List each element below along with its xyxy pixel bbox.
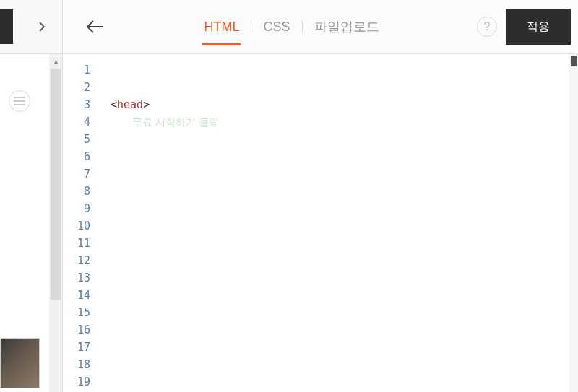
hint-text: 무료 시작하기 클릭 — [111, 116, 219, 128]
tab-bar: HTML CSS 파일업로드 — [192, 12, 390, 41]
line-number: 2 — [63, 79, 90, 96]
back-arrow-icon — [86, 19, 105, 34]
line-number: 10 — [63, 217, 90, 235]
tag-name: head — [117, 98, 143, 111]
line-number: 5 — [63, 131, 90, 148]
line-number: 18 — [63, 356, 90, 373]
line-number: 6 — [63, 148, 90, 165]
collapse-button[interactable] — [27, 12, 56, 41]
tag-bracket: > — [143, 98, 150, 111]
code-content[interactable]: <head> 무료 시작하기 클릭 — [98, 54, 578, 392]
tab-css[interactable]: CSS — [251, 12, 301, 41]
line-number: 16 — [63, 321, 90, 339]
left-dark-tab[interactable] — [0, 9, 13, 44]
code-line — [111, 79, 578, 96]
line-number: 13 — [63, 269, 90, 287]
tab-upload[interactable]: 파일업로드 — [303, 12, 391, 41]
code-editor[interactable]: 1 2 3 4 5 6 7 8 9 10 11 12 13 14 15 16 1… — [63, 54, 578, 392]
right-scroll-thumb[interactable] — [571, 56, 577, 66]
hamburger-icon — [14, 97, 25, 105]
thumbnail-image[interactable] — [0, 338, 40, 388]
line-number: 11 — [63, 235, 90, 252]
tab-html[interactable]: HTML — [192, 12, 251, 41]
line-number: 4 — [63, 113, 90, 131]
line-number: 12 — [63, 252, 90, 269]
editor-header: HTML CSS 파일업로드 ? 적용 — [63, 0, 578, 54]
chevron-right-icon — [38, 21, 46, 32]
left-scroll-thumb[interactable] — [51, 69, 61, 300]
menu-button[interactable] — [9, 90, 30, 112]
back-button[interactable] — [85, 16, 106, 38]
line-number: 15 — [63, 304, 90, 321]
line-number: 9 — [63, 200, 90, 217]
apply-button[interactable]: 적용 — [506, 9, 571, 45]
left-top-bar — [0, 0, 62, 54]
tag-bracket: < — [111, 98, 117, 111]
main-panel: HTML CSS 파일업로드 ? 적용 1 2 3 4 5 6 7 8 9 10… — [63, 0, 578, 392]
left-scrollbar[interactable]: ▴ — [49, 54, 62, 392]
line-number: 17 — [63, 339, 90, 356]
help-button[interactable]: ? — [477, 17, 497, 37]
code-line: 무료 시작하기 클릭 — [111, 113, 578, 131]
line-number: 8 — [63, 183, 90, 200]
left-sidebar: ▴ — [0, 0, 63, 392]
right-scrollbar[interactable] — [569, 54, 578, 392]
line-number-gutter: 1 2 3 4 5 6 7 8 9 10 11 12 13 14 15 16 1… — [63, 54, 98, 392]
line-number: 1 — [63, 61, 90, 79]
line-number: 3 — [63, 96, 90, 113]
code-line — [111, 61, 578, 79]
code-line: <head> — [111, 96, 578, 113]
line-number: 14 — [63, 287, 90, 304]
scroll-up-arrow[interactable]: ▴ — [49, 54, 62, 67]
line-number: 19 — [63, 373, 90, 391]
line-number: 7 — [63, 165, 90, 183]
